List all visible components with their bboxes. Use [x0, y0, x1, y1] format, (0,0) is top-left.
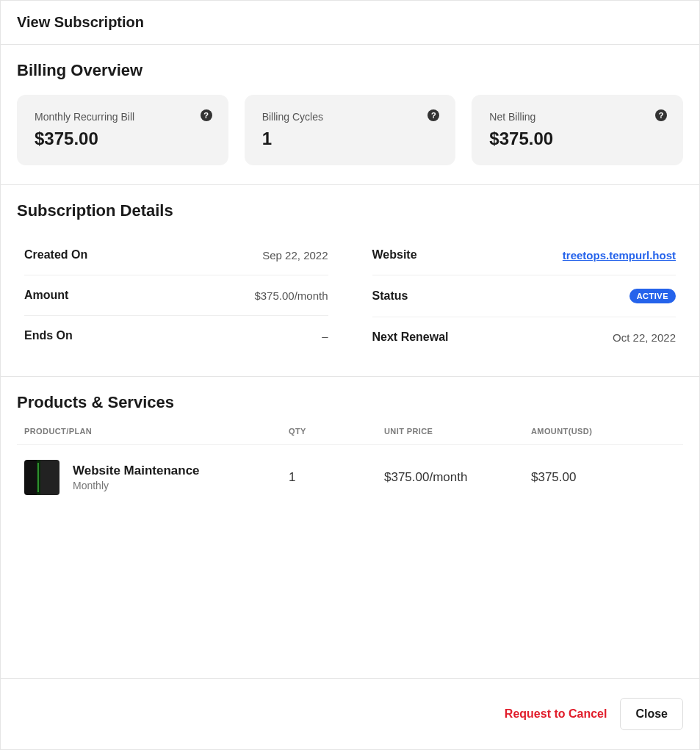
card-billing-cycles: ? Billing Cycles 1 [245, 95, 456, 165]
detail-row-status: Status ACTIVE [372, 275, 676, 317]
server-icon [24, 460, 59, 495]
request-to-cancel-button[interactable]: Request to Cancel [505, 707, 607, 721]
detail-row-website: Website treetops.tempurl.host [372, 235, 676, 275]
details-grid: Created On Sep 22, 2022 Amount $375.00/m… [17, 235, 683, 357]
modal-header: View Subscription [1, 1, 699, 45]
detail-value: – [322, 330, 328, 342]
details-col-left: Created On Sep 22, 2022 Amount $375.00/m… [24, 235, 328, 357]
help-icon[interactable]: ? [655, 109, 667, 121]
card-value: $375.00 [489, 129, 665, 149]
card-monthly-recurring-bill: ? Monthly Recurring Bill $375.00 [17, 95, 228, 165]
detail-row-amount: Amount $375.00/month [24, 275, 328, 316]
card-value: 1 [262, 129, 439, 149]
detail-value: $375.00/month [254, 289, 328, 302]
product-plan: Monthly [73, 480, 200, 491]
details-col-right: Website treetops.tempurl.host Status ACT… [372, 235, 676, 357]
detail-label: Website [372, 248, 417, 262]
card-label: Billing Cycles [262, 111, 439, 123]
detail-row-ends-on: Ends On – [24, 316, 328, 356]
products-table-header: PRODUCT/PLAN QTY UNIT PRICE AMOUNT(USD) [17, 427, 683, 444]
detail-label: Created On [24, 248, 87, 262]
page-title: View Subscription [17, 14, 683, 31]
product-qty: 1 [289, 470, 384, 485]
card-value: $375.00 [35, 129, 211, 149]
card-label: Net Billing [489, 111, 665, 123]
billing-overview-section: Billing Overview ? Monthly Recurring Bil… [1, 45, 699, 185]
detail-label: Status [372, 289, 408, 303]
help-icon[interactable]: ? [201, 109, 212, 121]
product-unit-price: $375.00/month [384, 470, 531, 485]
detail-label: Next Renewal [372, 331, 449, 344]
col-header-product: PRODUCT/PLAN [24, 427, 289, 436]
col-header-unit-price: UNIT PRICE [384, 427, 531, 436]
col-header-amount: AMOUNT(USD) [531, 427, 676, 436]
detail-label: Amount [24, 289, 68, 302]
product-amount: $375.00 [531, 470, 676, 485]
card-label: Monthly Recurring Bill [35, 111, 211, 123]
close-button[interactable]: Close [620, 698, 683, 730]
modal-content: Billing Overview ? Monthly Recurring Bil… [1, 45, 699, 678]
col-header-qty: QTY [289, 427, 384, 436]
detail-row-created-on: Created On Sep 22, 2022 [24, 235, 328, 275]
product-row: Website Maintenance Monthly 1 $375.00/mo… [17, 444, 683, 510]
subscription-details-section: Subscription Details Created On Sep 22, … [1, 185, 699, 377]
products-services-heading: Products & Services [17, 393, 683, 412]
detail-value: Oct 22, 2022 [613, 331, 676, 344]
billing-overview-heading: Billing Overview [17, 61, 683, 80]
website-link[interactable]: treetops.tempurl.host [563, 249, 676, 262]
product-name: Website Maintenance [73, 464, 200, 478]
detail-row-next-renewal: Next Renewal Oct 22, 2022 [372, 317, 676, 357]
detail-label: Ends On [24, 329, 73, 342]
subscription-details-heading: Subscription Details [17, 201, 683, 220]
status-badge: ACTIVE [629, 289, 676, 303]
products-services-section: Products & Services PRODUCT/PLAN QTY UNI… [1, 377, 699, 554]
billing-cards: ? Monthly Recurring Bill $375.00 ? Billi… [17, 95, 683, 165]
product-cell-name: Website Maintenance Monthly [24, 460, 289, 495]
modal-footer: Request to Cancel Close [1, 678, 699, 749]
detail-value: Sep 22, 2022 [262, 249, 328, 262]
card-net-billing: ? Net Billing $375.00 [472, 95, 683, 165]
